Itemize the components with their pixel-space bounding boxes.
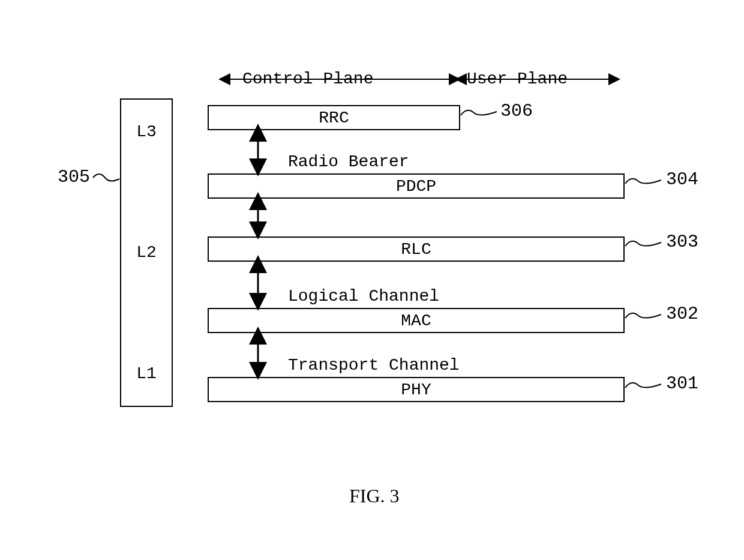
ref-301: 301: [666, 373, 698, 394]
phy-label: PHY: [401, 381, 431, 399]
layer-L3-label: L3: [136, 122, 157, 141]
layer-L2: L2: [120, 163, 173, 342]
layer-L1: L1: [120, 341, 173, 407]
figure-caption: FIG. 3: [349, 485, 400, 507]
logical-channel-label: Logical Channel: [288, 287, 439, 306]
mac-label: MAC: [401, 312, 431, 330]
control-plane-label: Control Plane: [242, 70, 373, 88]
layer-L3: L3: [120, 98, 173, 164]
layer-L2-label: L2: [136, 243, 157, 262]
ref-303: 303: [666, 232, 698, 252]
pdcp-box: PDCP: [208, 173, 625, 199]
mac-box: MAC: [208, 308, 625, 333]
radio-bearer-label: Radio Bearer: [288, 152, 409, 171]
rrc-box: RRC: [208, 105, 460, 130]
ref-302: 302: [666, 304, 698, 324]
layer-L1-label: L1: [136, 364, 157, 383]
diagram-stage: L3 L2 L1 RRC PDCP RLC MAC PHY Radio Bear…: [0, 0, 744, 560]
ref-304: 304: [666, 169, 698, 190]
ref-306: 306: [500, 101, 533, 121]
rrc-label: RRC: [319, 109, 349, 127]
pdcp-label: PDCP: [396, 177, 436, 196]
transport-channel-label: Transport Channel: [288, 356, 460, 375]
user-plane-label: User Plane: [467, 70, 568, 88]
rlc-box: RLC: [208, 236, 625, 262]
rlc-label: RLC: [401, 240, 431, 259]
ref-305: 305: [58, 167, 90, 187]
phy-box: PHY: [208, 377, 625, 402]
